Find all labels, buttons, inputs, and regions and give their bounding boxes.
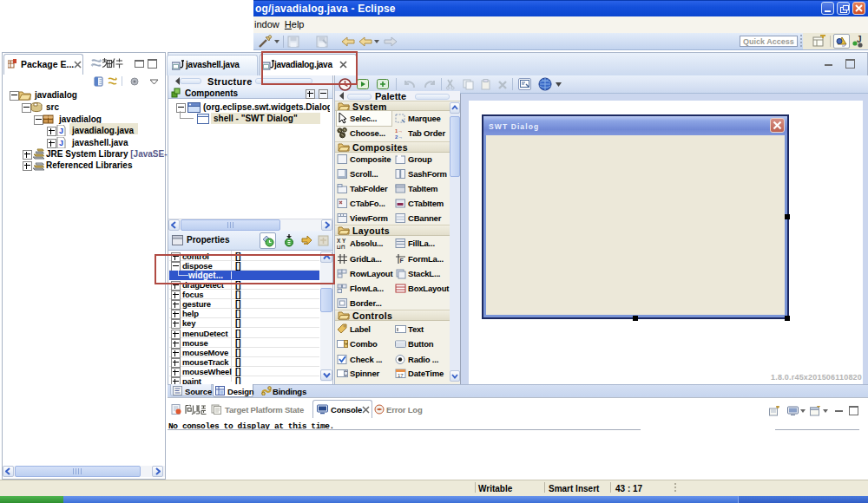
svg-text:J: J bbox=[59, 139, 63, 147]
svg-text:F: F bbox=[400, 258, 404, 264]
svg-text:⊔⊓: ⊔⊓ bbox=[337, 244, 345, 250]
svg-text:1→: 1→ bbox=[395, 128, 403, 134]
svg-text:J: J bbox=[857, 35, 862, 44]
svg-text:J: J bbox=[59, 127, 63, 135]
svg-text:2→: 2→ bbox=[395, 134, 403, 139]
svg-text:17: 17 bbox=[398, 373, 404, 378]
